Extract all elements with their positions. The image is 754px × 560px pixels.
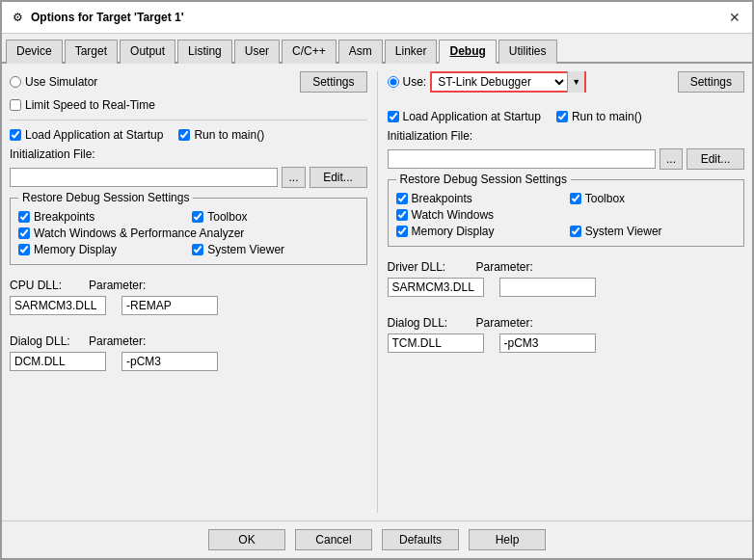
left-dialog-dll-input[interactable]: DCM.DLL: [10, 352, 106, 371]
right-run-to-main-label: Run to main(): [572, 110, 642, 123]
left-toolbox-checkbox[interactable]: [192, 211, 203, 223]
tab-debug[interactable]: Debug: [439, 40, 496, 64]
tab-output[interactable]: Output: [120, 40, 175, 64]
left-settings-button[interactable]: Settings: [300, 71, 366, 93]
right-init-edit-btn[interactable]: Edit...: [687, 148, 744, 170]
right-system-viewer-row: System Viewer: [570, 225, 736, 238]
left-run-to-main-row: Run to main(): [178, 128, 264, 142]
left-init-file-label: Initialization File:: [10, 147, 367, 161]
tab-utilities[interactable]: Utilities: [498, 40, 557, 64]
right-restore-group: Restore Debug Session Settings Breakpoin…: [388, 179, 745, 247]
left-breakpoints-checkbox[interactable]: [18, 211, 30, 223]
left-init-file-row: ... Edit...: [10, 167, 367, 188]
left-cpu-dll-label: CPU DLL:: [10, 279, 77, 292]
left-memory-display-row: Memory Display: [18, 243, 184, 256]
right-toolbox-row: Toolbox: [570, 192, 736, 205]
right-init-file-input[interactable]: [388, 149, 656, 169]
left-toolbox-row: Toolbox: [192, 210, 358, 224]
right-driver-dll-input[interactable]: SARMCM3.DLL: [388, 278, 484, 297]
debugger-select-box[interactable]: ST-Link Debugger ▼: [430, 71, 586, 93]
use-debugger-radio[interactable]: Use:: [388, 75, 427, 89]
right-init-file-row: ... Edit...: [388, 148, 745, 170]
right-init-browse-btn[interactable]: ...: [660, 148, 683, 170]
right-watch-windows-checkbox[interactable]: [396, 209, 408, 221]
use-debugger-radio-input[interactable]: [388, 76, 399, 88]
debugger-select[interactable]: ST-Link Debugger: [432, 73, 567, 91]
tab-listing[interactable]: Listing: [177, 40, 232, 64]
left-load-app-row: Load Application at Startup: [10, 128, 163, 142]
left-system-viewer-row: System Viewer: [192, 243, 358, 256]
right-settings-button[interactable]: Settings: [678, 71, 744, 93]
window-title: Options for Target 'Target 1': [31, 11, 184, 24]
left-dialog-dll-label: Dialog DLL:: [10, 334, 77, 348]
right-driver-dll-section: Driver DLL: Parameter: SARMCM3.DLL: [388, 260, 745, 297]
close-button[interactable]: ✕: [725, 8, 744, 27]
left-dialog-param-input[interactable]: -pCM3: [121, 352, 218, 371]
left-restore-group: Restore Debug Session Settings Breakpoin…: [10, 198, 367, 265]
left-memory-display-label: Memory Display: [34, 243, 117, 256]
cancel-button[interactable]: Cancel: [295, 529, 372, 550]
right-system-viewer-checkbox[interactable]: [570, 226, 581, 237]
left-watch-windows-label: Watch Windows & Performance Analyzer: [34, 227, 244, 240]
left-memory-display-checkbox[interactable]: [18, 244, 30, 255]
use-simulator-radio[interactable]: Use Simulator: [10, 75, 97, 89]
tab-target[interactable]: Target: [65, 40, 118, 64]
right-dialog-dll-input[interactable]: TCM.DLL: [388, 333, 484, 353]
use-label: Use:: [403, 75, 427, 89]
left-dialog-dll-section: Dialog DLL: Parameter: DCM.DLL -pCM3: [10, 334, 367, 371]
ok-button[interactable]: OK: [208, 529, 285, 550]
left-init-file-input[interactable]: [10, 168, 278, 187]
limit-speed-checkbox[interactable]: [10, 99, 21, 111]
left-watch-windows-row: Watch Windows & Performance Analyzer: [18, 227, 359, 240]
right-memory-display-checkbox[interactable]: [396, 226, 408, 237]
right-run-to-main-checkbox[interactable]: [556, 111, 568, 122]
main-window: ⚙ Options for Target 'Target 1' ✕ Device…: [0, 0, 754, 560]
tab-linker[interactable]: Linker: [385, 40, 438, 64]
tab-cpp[interactable]: C/C++: [282, 40, 337, 64]
right-driver-param-input[interactable]: [499, 278, 596, 297]
left-init-browse-btn[interactable]: ...: [282, 167, 305, 188]
left-run-to-main-checkbox[interactable]: [178, 129, 190, 141]
tab-user[interactable]: User: [234, 40, 280, 64]
right-dialog-param-input[interactable]: -pCM3: [499, 333, 596, 353]
right-load-app-label: Load Application at Startup: [403, 110, 541, 123]
help-button[interactable]: Help: [469, 529, 546, 550]
right-watch-windows-row: Watch Windows: [396, 208, 737, 222]
left-cpu-dll-input[interactable]: SARMCM3.DLL: [10, 296, 106, 315]
right-toolbox-checkbox[interactable]: [570, 193, 581, 204]
tab-device[interactable]: Device: [6, 40, 63, 64]
use-debugger-row: Use: ST-Link Debugger ▼: [388, 71, 587, 93]
left-system-viewer-checkbox[interactable]: [192, 244, 203, 255]
tab-asm[interactable]: Asm: [338, 40, 383, 64]
defaults-button[interactable]: Defaults: [382, 529, 459, 550]
left-load-app-checkbox[interactable]: [10, 129, 21, 141]
main-content: Use Simulator Settings Limit Speed to Re…: [2, 64, 752, 520]
right-driver-param-label: Parameter:: [476, 260, 533, 274]
right-load-app-checkbox[interactable]: [388, 111, 399, 122]
right-memory-display-row: Memory Display: [396, 225, 562, 238]
tabs-bar: Device Target Output Listing User C/C++ …: [2, 34, 752, 64]
left-cpu-param-input[interactable]: -REMAP: [121, 296, 218, 315]
left-toolbox-label: Toolbox: [207, 210, 247, 224]
right-dialog-param-label: Parameter:: [476, 316, 533, 330]
right-dialog-dll-section: Dialog DLL: Parameter: TCM.DLL -pCM3: [388, 316, 745, 353]
left-restore-group-title: Restore Debug Session Settings: [18, 191, 193, 204]
right-watch-windows-label: Watch Windows: [412, 208, 495, 222]
left-breakpoints-label: Breakpoints: [34, 210, 94, 224]
right-init-file-label: Initialization File:: [388, 129, 745, 143]
right-breakpoints-label: Breakpoints: [412, 192, 472, 205]
right-breakpoints-checkbox[interactable]: [396, 193, 408, 204]
left-cpu-dll-section: CPU DLL: Parameter: SARMCM3.DLL -REMAP: [10, 279, 367, 315]
use-simulator-label: Use Simulator: [25, 75, 97, 89]
use-simulator-radio-input[interactable]: [10, 76, 21, 88]
right-dialog-dll-label: Dialog DLL:: [388, 316, 465, 330]
right-driver-dll-label: Driver DLL:: [388, 260, 465, 274]
left-run-to-main-label: Run to main(): [194, 128, 264, 142]
left-watch-windows-checkbox[interactable]: [18, 227, 30, 239]
select-arrow-icon[interactable]: ▼: [567, 71, 584, 93]
left-load-app-label: Load Application at Startup: [25, 128, 163, 142]
left-init-edit-btn[interactable]: Edit...: [310, 167, 367, 188]
footer: OK Cancel Defaults Help: [2, 520, 752, 558]
right-memory-display-label: Memory Display: [412, 225, 495, 238]
app-icon: ⚙: [10, 10, 25, 25]
